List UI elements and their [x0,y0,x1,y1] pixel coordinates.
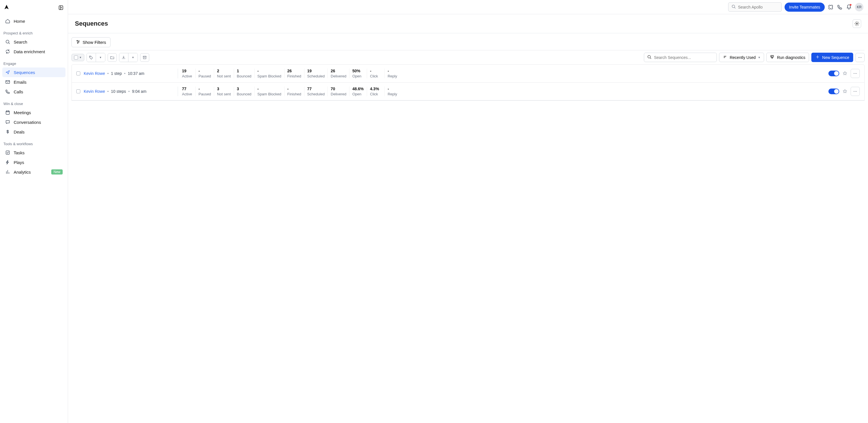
calendar-icon [5,110,10,115]
tag-button[interactable] [87,53,96,62]
puzzle-icon[interactable] [828,4,834,10]
sort-button[interactable]: Recently Used ▼ [719,53,764,62]
settings-button[interactable] [852,19,861,28]
sidebar-item-emails[interactable]: Emails [2,77,65,87]
svg-point-17 [855,73,856,74]
owner-link[interactable]: Kevin Rowe [84,89,105,94]
stat-label: Spam Blocked [257,92,281,96]
sidebar-item-data-enrichment[interactable]: Data enrichment [2,47,65,56]
stat-bounced: 3Bounced [234,87,254,96]
stat-value: 19 [307,69,324,73]
stat-value: 50% [352,69,364,73]
bell-icon[interactable] [846,4,852,10]
select-all-dropdown[interactable]: ▼ [71,54,84,61]
sidebar-item-label: Data enrichment [14,49,45,54]
stat-value: 3 [217,87,231,91]
sidebar-item-plays[interactable]: Plays [2,157,65,167]
page-header: Sequences [68,14,868,33]
stat-label: Reply [388,92,399,96]
stat-label: Not sent [217,74,231,78]
download-dropdown-button[interactable]: ▼ [128,53,137,62]
download-button[interactable] [119,53,128,62]
stat-click: 4.3%Click [367,87,384,96]
show-filters-button[interactable]: Show Filters [71,37,111,47]
sidebar-item-conversations[interactable]: Conversations [2,117,65,127]
owner-link[interactable]: Kevin Rowe [84,71,105,76]
stat-label: Click [370,74,381,78]
stat-finished: 26Finished [284,69,304,78]
sequences-table: Kevin Rowe•1 step•10:37 am19Active-Pause… [71,64,865,101]
sidebar-item-deals[interactable]: Deals [2,127,65,137]
sequence-row[interactable]: Kevin Rowe•1 step•10:37 am19Active-Pause… [72,65,864,83]
phone-icon[interactable] [837,4,843,10]
star-button[interactable] [842,71,848,76]
stat-value: - [198,69,211,73]
new-sequence-button[interactable]: New Sequence [811,53,853,62]
row-checkbox[interactable] [76,89,80,93]
sidebar-item-label: Sequences [14,70,35,75]
sort-label: Recently Used [730,55,755,60]
sidebar-item-sequences[interactable]: Sequences [2,67,65,77]
plus-icon [815,55,820,60]
stat-label: Reply [388,74,399,78]
sidebar-collapse-button[interactable] [58,4,64,11]
tag-dropdown-button[interactable]: ▼ [96,53,105,62]
folder-button[interactable] [107,53,117,62]
archive-button[interactable] [140,53,149,62]
global-search[interactable] [728,2,782,12]
filter-icon [76,39,80,45]
sidebar-item-label: Calls [14,89,23,94]
row-toggle[interactable] [829,89,839,94]
stat-spam-blocked: -Spam Blocked [254,69,284,78]
stat-value: 70 [331,87,346,91]
invite-teammates-button[interactable]: Invite Teammates [784,3,825,12]
sequence-search-input[interactable] [654,55,714,60]
row-toggle[interactable] [829,71,839,76]
stat-label: Open [352,74,364,78]
show-filters-label: Show Filters [83,40,106,45]
apollo-logo[interactable] [3,4,10,11]
topbar: Invite Teammates KR [68,0,868,14]
row-checkbox[interactable] [76,71,80,75]
user-avatar[interactable]: KR [855,3,863,11]
stat-scheduled: 19Scheduled [304,69,328,78]
sidebar-item-meetings[interactable]: Meetings [2,107,65,117]
svg-point-10 [90,56,90,57]
chat-icon [5,120,10,125]
stat-label: Spam Blocked [257,74,281,78]
toolbar: ▼ ▼ ▼ [71,50,865,64]
sort-icon [723,55,727,60]
sidebar-item-tasks[interactable]: Tasks [2,148,65,157]
stat-value: 77 [307,87,324,91]
run-diagnostics-button[interactable]: Run diagnostics [766,53,809,62]
sidebar-item-calls[interactable]: Calls [2,87,65,97]
search-icon [647,55,652,60]
sidebar-item-analytics[interactable]: AnalyticsNew [2,167,65,177]
row-info: Kevin Rowe•10 steps•9:04 am [84,89,178,94]
sequence-row[interactable]: Kevin Rowe•10 steps•9:04 am77Active-Paus… [72,83,864,100]
row-more-button[interactable] [850,69,860,78]
stat-value: - [388,69,399,73]
stat-value: 19 [182,69,192,73]
stat-label: Bounced [237,92,251,96]
star-button[interactable] [842,89,848,94]
refresh-icon [5,49,10,54]
sidebar-item-home[interactable]: Home [2,16,65,26]
sidebar-item-label: Tasks [14,150,25,155]
chevron-down-icon: ▼ [758,56,761,59]
step-count: 10 steps [111,89,126,94]
new-sequence-label: New Sequence [822,55,849,60]
row-more-button[interactable] [850,87,860,96]
global-search-input[interactable] [738,5,779,9]
svg-point-12 [648,56,650,58]
stat-scheduled: 77Scheduled [304,87,328,96]
stat-label: Delivered [331,92,346,96]
stat-delivered: 26Delivered [328,69,349,78]
sequence-search[interactable] [644,53,717,62]
send-icon [5,70,10,75]
sidebar-item-search[interactable]: Search [2,37,65,47]
row-time: 9:04 am [132,89,146,94]
svg-point-8 [78,41,79,42]
stat-spam-blocked: -Spam Blocked [254,87,284,96]
toolbar-more-button[interactable] [856,53,865,62]
